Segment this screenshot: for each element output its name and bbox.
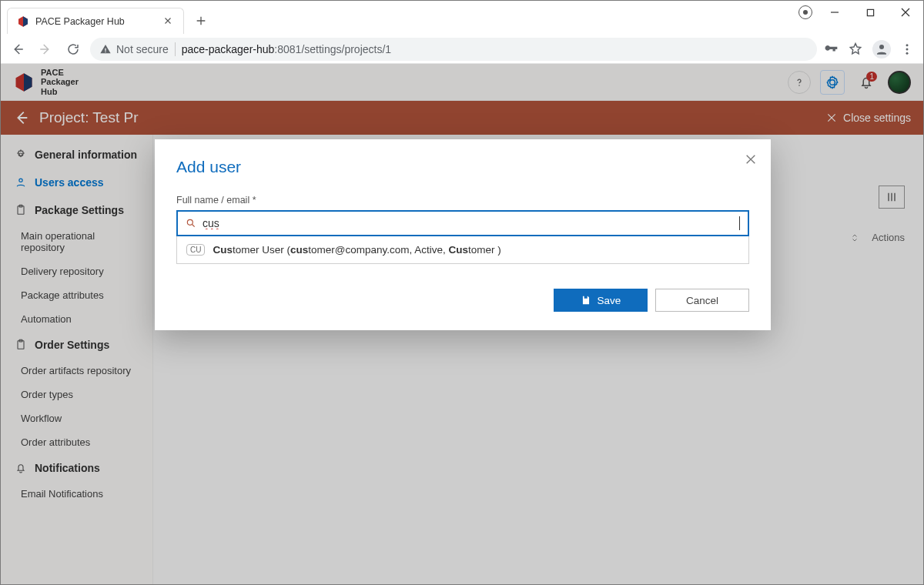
url-path: :8081/settings/projects/1 [274, 43, 391, 55]
svg-point-1 [879, 45, 884, 49]
close-icon [745, 153, 757, 165]
cancel-button[interactable]: Cancel [655, 289, 749, 312]
user-search-input[interactable] [203, 217, 733, 229]
nav-back-button[interactable] [7, 38, 28, 60]
close-icon[interactable] [163, 16, 174, 27]
suggestion-initials-chip: CU [186, 244, 205, 256]
modal-title: Add user [176, 158, 749, 176]
svg-point-4 [906, 52, 909, 54]
user-search-field[interactable] [176, 210, 749, 236]
suggestion-text: Customer User (customer@company.com, Act… [213, 244, 500, 256]
url-host: pace-packager-hub [182, 43, 275, 55]
nav-forward-button [35, 38, 56, 60]
nav-reload-button[interactable] [62, 38, 84, 60]
window-maximize-button[interactable] [852, 1, 888, 24]
incognito-indicator-icon [798, 5, 812, 19]
cancel-label: Cancel [686, 295, 718, 306]
cube-icon [17, 15, 29, 28]
browser-tab[interactable]: PACE Packager Hub [7, 8, 184, 34]
window-close-button[interactable] [888, 1, 923, 24]
save-label: Save [598, 295, 621, 306]
add-user-modal: Add user Full name / email * CU Customer… [155, 139, 771, 330]
address-bar[interactable]: Not secure pace-packager-hub:8081/settin… [90, 38, 817, 61]
app-root: PACE Packager Hub 1 Project: Test [1, 64, 923, 584]
field-label-fullname: Full name / email * [176, 195, 749, 206]
kebab-menu-icon[interactable] [900, 42, 914, 56]
text-caret [739, 216, 740, 230]
window-minimize-button[interactable] [817, 1, 852, 24]
svg-point-12 [187, 219, 192, 225]
window-titlebar: PACE Packager Hub [1, 1, 923, 35]
svg-rect-0 [867, 9, 873, 15]
search-icon [186, 218, 196, 229]
user-suggestion[interactable]: CU Customer User (customer@company.com, … [176, 236, 749, 264]
tab-title: PACE Packager Hub [35, 16, 157, 27]
bookmark-star-icon[interactable] [848, 42, 863, 57]
profile-icon[interactable] [872, 40, 891, 58]
svg-point-2 [906, 44, 909, 46]
key-icon[interactable] [823, 42, 839, 57]
omnibox-separator [175, 42, 176, 56]
not-secure-label: Not secure [116, 43, 169, 55]
not-secure-indicator[interactable]: Not secure [99, 43, 169, 55]
warning-icon [99, 43, 112, 55]
modal-close-button[interactable] [745, 153, 757, 165]
new-tab-button[interactable] [190, 10, 212, 32]
browser-toolbar: Not secure pace-packager-hub:8081/settin… [1, 35, 923, 64]
svg-point-3 [906, 48, 909, 50]
save-icon [581, 295, 591, 306]
save-button[interactable]: Save [554, 289, 648, 312]
